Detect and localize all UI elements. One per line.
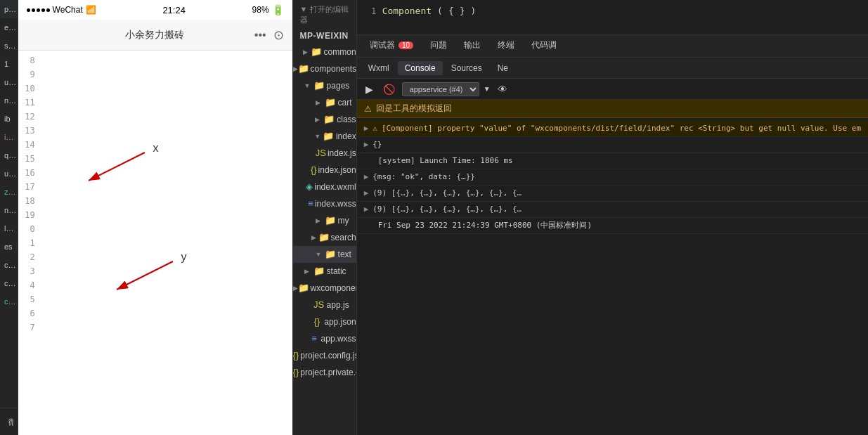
tree-item-project-private[interactable]: {} project.private.config.js... bbox=[293, 364, 356, 381]
expand-icon-arr1[interactable]: ▶ bbox=[364, 187, 369, 200]
sidebar-item-icon-css[interactable]: icon.css bbox=[0, 128, 18, 146]
tree-item-static[interactable]: ▶ 📁 static bbox=[293, 263, 356, 280]
tree-item-my[interactable]: ▶ 📁 my bbox=[293, 212, 356, 229]
explorer-root: MP-WEIXIN bbox=[293, 30, 356, 44]
tree-item-common[interactable]: ▶ 📁 common bbox=[293, 44, 356, 60]
tab-issues[interactable]: 问题 bbox=[423, 37, 454, 56]
sidebar-item-page-lock[interactable]: page-lock. bbox=[0, 0, 18, 18]
more-icon[interactable]: ••• bbox=[254, 29, 266, 41]
tree-arrow-text: ▼ bbox=[316, 247, 324, 261]
sidebar-item-1[interactable]: 1 bbox=[0, 55, 18, 73]
console-toolbar: ▶ 🚫 appservice (#4) ▼ 👁 bbox=[357, 79, 868, 100]
status-right: 98% 🔋 bbox=[252, 4, 284, 15]
tab-wxml[interactable]: Wxml bbox=[361, 61, 396, 75]
tree-item-pages[interactable]: ▼ 📁 pages bbox=[293, 77, 356, 94]
context-selector[interactable]: appservice (#4) bbox=[402, 82, 479, 96]
expand-icon-msg-ok[interactable]: ▶ bbox=[364, 171, 369, 183]
debugger-badge: 10 bbox=[399, 41, 413, 49]
tree-item-index-js[interactable]: JS index.js bbox=[293, 145, 356, 162]
tree-item-app-js[interactable]: JS app.js bbox=[293, 297, 356, 313]
phone-status-bar: WeChat 📶 21:24 98% 🔋 bbox=[18, 0, 292, 20]
tree-item-app-json[interactable]: {} app.json bbox=[293, 313, 356, 330]
folder-icon-wxcomponents: 📁 bbox=[298, 281, 309, 295]
console-entry-text-timestamp: Fri Sep 23 2022 21:24:39 GMT+0800 (中国标准时… bbox=[378, 219, 861, 232]
expand-icon-obj[interactable]: ▶ bbox=[364, 138, 369, 151]
tree-label-app-json: app.json bbox=[324, 315, 356, 329]
tree-item-search[interactable]: ▶ 📁 search bbox=[293, 229, 356, 246]
tree-item-text[interactable]: ▼ 📁 text bbox=[293, 246, 356, 263]
tab-terminal[interactable]: 终端 bbox=[491, 37, 522, 56]
tree-item-index-wxml[interactable]: ◈ index.wxml bbox=[293, 178, 356, 195]
file-icon-project-private: {} bbox=[293, 365, 299, 379]
status-signal-dots bbox=[27, 8, 50, 12]
file-icon-index-json: {} bbox=[311, 163, 317, 177]
console-entry-text-warning: [Component] property "value" of "wxcompo… bbox=[382, 122, 861, 135]
run-button[interactable]: ▶ bbox=[363, 82, 376, 96]
tab-code-debug[interactable]: 代码调 bbox=[524, 37, 564, 56]
secondary-debug-tabs: Wxml Console Sources Ne bbox=[357, 58, 868, 79]
tree-label-project-config: project.config.json bbox=[300, 349, 356, 363]
sidebar-item-uni-css[interactable]: uni.css bbox=[0, 164, 18, 183]
tree-item-project-config[interactable]: {} project.config.json bbox=[293, 347, 356, 364]
tree-label-index-json: index.json bbox=[318, 163, 356, 177]
battery-icon: 🔋 bbox=[272, 4, 284, 15]
tab-debugger[interactable]: 调试器 10 bbox=[363, 37, 420, 56]
tree-item-app-wxss[interactable]: ≡ app.wxss bbox=[293, 330, 356, 347]
tree-arrow-components: ▶ bbox=[293, 62, 298, 76]
titlebar-icons: ••• ⊙ bbox=[254, 27, 284, 43]
tree-label-pages: pages bbox=[327, 79, 350, 93]
clear-button[interactable]: 🚫 bbox=[380, 82, 398, 96]
sidebar-item-ib[interactable]: ib bbox=[0, 110, 18, 128]
phone-preview-area: WeChat 📶 21:24 98% 🔋 小余努力搬砖 ••• ⊙ 891011… bbox=[18, 0, 293, 435]
tree-label-components: components bbox=[311, 62, 356, 76]
sidebar-item-es[interactable]: es bbox=[0, 238, 18, 256]
folder-icon-my: 📁 bbox=[324, 214, 337, 228]
tree-item-index-json[interactable]: {} index.json bbox=[293, 162, 356, 178]
warning-banner: ⚠ 回是工具的模拟返回 bbox=[357, 100, 868, 118]
file-icon-index-wxss: ≡ bbox=[308, 197, 313, 211]
tree-item-index-wxss[interactable]: ≡ index.wxss bbox=[293, 195, 356, 212]
expand-icon-warning[interactable]: ▶ bbox=[364, 122, 369, 135]
scan-icon[interactable]: ⊙ bbox=[273, 27, 284, 43]
sidebar-item-qqmap[interactable]: qqmap- bbox=[0, 146, 18, 164]
sidebar-item-class[interactable]: class bbox=[0, 274, 18, 292]
code-brace-close: } bbox=[460, 6, 465, 16]
tree-label-text: text bbox=[338, 247, 351, 261]
file-icon-index-js: JS bbox=[316, 146, 326, 160]
y-label: y bbox=[181, 251, 187, 264]
folder-icon-text: 📁 bbox=[324, 247, 337, 261]
folder-icon-common: 📁 bbox=[311, 45, 322, 59]
phone-title: 小余努力搬砖 bbox=[125, 29, 184, 41]
eye-button[interactable]: 👁 bbox=[495, 82, 510, 96]
sidebar-item-scss[interactable]: scss bbox=[0, 37, 18, 55]
expand-icon-arr2[interactable]: ▶ bbox=[364, 203, 369, 216]
tab-network[interactable]: Ne bbox=[491, 61, 515, 75]
sidebar-item-le-module[interactable]: le_module bbox=[0, 219, 18, 238]
file-icon-app-js: JS bbox=[313, 298, 325, 312]
tree-item-index[interactable]: ▼ 📁 index bbox=[293, 128, 356, 145]
sidebar-item-es-json[interactable]: es.json bbox=[0, 18, 18, 37]
sidebar-item-weixin[interactable]: 微信 bbox=[4, 413, 13, 431]
tree-item-components[interactable]: ▶ 📁 components bbox=[293, 60, 356, 77]
console-entry-timestamp: Fri Sep 23 2022 21:24:39 GMT+0800 (中国标准时… bbox=[357, 218, 868, 234]
sidebar-item-zcm-ma[interactable]: zcm-ma bbox=[0, 183, 18, 201]
sidebar-item-nmon[interactable]: nmon bbox=[0, 91, 18, 110]
sidebar-item-class-vue[interactable]: class.vue bbox=[0, 292, 18, 311]
console-entry-arr2: ▶ (9) [{…}, {…}, {…}, {…}, {…}, {… bbox=[357, 202, 868, 218]
tree-item-cart[interactable]: ▶ 📁 cart bbox=[293, 94, 356, 111]
tree-label-static: static bbox=[327, 264, 346, 278]
tree-item-wxcomponents[interactable]: ▶ 📁 wxcomponents bbox=[293, 280, 356, 297]
tree-arrow-pages: ▼ bbox=[304, 79, 313, 93]
sidebar-item-cart[interactable]: cart bbox=[0, 256, 18, 274]
file-icon-app-json: {} bbox=[311, 315, 323, 329]
sidebar-item-uilderx[interactable]: uilderx bbox=[0, 73, 18, 91]
tab-sources[interactable]: Sources bbox=[444, 61, 489, 75]
sidebar-item-nponents[interactable]: nponents bbox=[0, 201, 18, 219]
tab-output[interactable]: 输出 bbox=[457, 37, 488, 56]
tab-console[interactable]: Console bbox=[398, 61, 443, 75]
tree-item-class[interactable]: ▶ 📁 class bbox=[293, 111, 356, 128]
tree-label-common: common bbox=[324, 45, 356, 59]
debug-tabs: 调试器 10 问题 输出 终端 代码调 bbox=[357, 35, 868, 58]
folder-icon-cart: 📁 bbox=[324, 96, 337, 110]
tree-label-index-js: index.js bbox=[328, 146, 356, 160]
